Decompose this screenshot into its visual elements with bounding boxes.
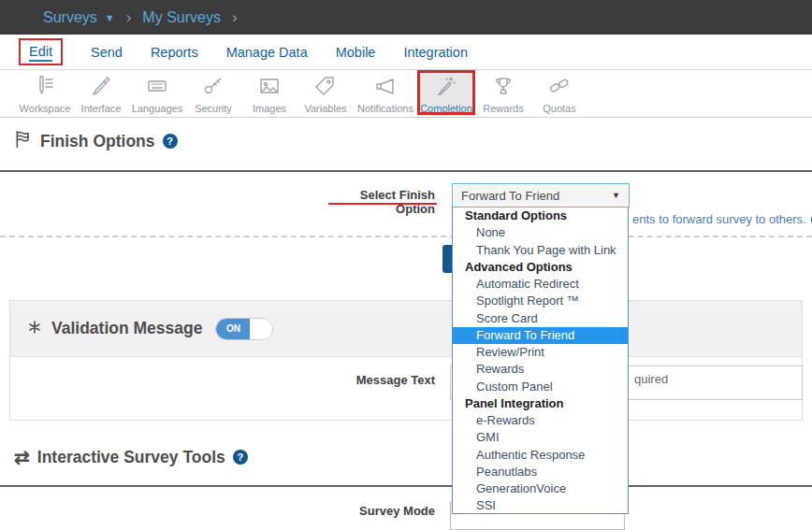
toolbar-item-languages[interactable]: Languages <box>129 70 185 114</box>
tag-icon <box>314 75 337 101</box>
finish-option-select[interactable]: Forward To Friend ▼ <box>452 183 630 208</box>
toolbar-item-rewards[interactable]: Rewards <box>475 70 531 114</box>
dropdown-option-rewards[interactable]: Rewards <box>453 361 628 378</box>
dropdown-option-e-rewards[interactable]: e-Rewards <box>453 412 628 429</box>
active-menu-red-box: Edit <box>19 38 63 65</box>
message-text-label: Message Text <box>318 373 435 387</box>
toolbar-item-quotas[interactable]: Quotas <box>531 70 587 114</box>
finish-option-dropdown-list: Standard Options None Thank You Page wit… <box>452 207 629 514</box>
dropdown-option-gmi[interactable]: GMI <box>453 429 628 446</box>
toolbar-item-workspace[interactable]: Workspace <box>17 70 73 114</box>
edit-toolbar: Workspace Interface Languages Security I… <box>0 70 812 118</box>
helper-text: ents to forward survey to others. ? <box>632 212 812 226</box>
dropdown-option-score-card[interactable]: Score Card <box>453 310 628 327</box>
dropdown-group-panel-integration: Panel Integration <box>453 395 628 412</box>
megaphone-icon <box>374 75 397 101</box>
finish-options-header: Finish Options ? <box>14 130 178 152</box>
menu-item-mobile[interactable]: Mobile <box>336 45 376 60</box>
menu-item-manage-data[interactable]: Manage Data <box>226 45 308 60</box>
caret-down-icon[interactable]: ▼ <box>105 12 115 23</box>
app-window: Surveys ▼ › My Surveys › Edit Send Repor… <box>0 0 812 530</box>
validation-message-title: Validation Message <box>51 319 202 338</box>
dropdown-option-thank-you[interactable]: Thank You Page with Link <box>453 242 628 259</box>
picture-icon <box>258 75 281 101</box>
dropdown-option-generationvoice[interactable]: GenerationVoice <box>453 480 628 497</box>
toolbar-item-variables[interactable]: Variables <box>297 70 354 114</box>
toolbar-item-security[interactable]: Security <box>185 70 241 114</box>
save-button-partially-hidden[interactable] <box>442 245 452 273</box>
menu-item-send[interactable]: Send <box>91 45 123 60</box>
toolbar-item-images[interactable]: Images <box>241 70 297 114</box>
page-title: Finish Options <box>40 132 155 151</box>
pen-icon <box>90 75 112 101</box>
dashed-divider <box>0 236 812 237</box>
toolbar-item-notifications[interactable]: Notifications <box>354 70 417 114</box>
breadcrumb-surveys[interactable]: Surveys <box>43 9 97 26</box>
menu-item-edit[interactable]: Edit <box>29 44 52 62</box>
red-underline-annotation <box>328 203 437 205</box>
dropdown-option-none[interactable]: None <box>453 224 628 241</box>
magic-wand-icon <box>435 75 457 101</box>
chain-link-icon <box>548 75 571 101</box>
select-finish-option-label: Select Finish Option <box>318 188 435 216</box>
breadcrumb: Surveys ▼ › My Surveys › <box>0 0 812 35</box>
dropdown-group-advanced: Advanced Options <box>453 259 628 276</box>
section-divider <box>0 485 812 487</box>
selected-option-value: Forward To Friend <box>461 189 559 203</box>
dropdown-option-peanutlabs[interactable]: Peanutlabs <box>453 464 628 480</box>
toggle-knob <box>250 319 272 339</box>
validation-toggle[interactable]: ON <box>215 318 273 340</box>
menu-item-reports[interactable]: Reports <box>151 45 198 60</box>
menu-item-integration[interactable]: Integration <box>403 45 468 60</box>
dropdown-option-redirect[interactable]: Automatic Redirect <box>453 276 628 293</box>
message-text-value-fragment: quired <box>634 372 668 386</box>
toggle-on-label: ON <box>216 319 250 339</box>
interactive-survey-tools-title: Interactive Survey Tools <box>37 448 225 467</box>
section-divider <box>0 170 812 172</box>
help-icon[interactable]: ? <box>233 450 248 465</box>
chevron-right-icon: › <box>232 8 238 27</box>
key-icon <box>202 75 225 101</box>
chevron-right-icon: › <box>126 8 132 27</box>
pencil-list-icon <box>34 75 56 101</box>
trophy-icon <box>492 75 515 101</box>
dropdown-option-ssi[interactable]: SSI <box>453 497 628 514</box>
dropdown-option-spotlight[interactable]: Spotlight Report ™ <box>453 293 628 309</box>
validation-message-header: Validation Message ON <box>10 301 802 357</box>
breadcrumb-my-surveys[interactable]: My Surveys <box>142 9 221 26</box>
asterisk-icon <box>27 320 42 338</box>
keyboard-icon <box>146 75 168 101</box>
main-menu: Edit Send Reports Manage Data Mobile Int… <box>0 35 812 70</box>
toolbar-item-completion[interactable]: Completion <box>417 70 475 115</box>
survey-mode-label: Survey Mode <box>318 504 435 518</box>
flag-icon <box>14 130 33 152</box>
toolbar-item-interface[interactable]: Interface <box>73 70 129 114</box>
caret-down-icon: ▼ <box>612 191 620 200</box>
dropdown-group-standard: Standard Options <box>453 208 628 224</box>
dropdown-option-custom-panel[interactable]: Custom Panel <box>453 379 628 395</box>
dropdown-option-authentic-response[interactable]: Authentic Response <box>453 447 628 464</box>
validation-message-panel: Validation Message ON <box>9 300 803 421</box>
swap-arrows-icon: ⇄ <box>14 446 30 468</box>
dropdown-option-forward-to-friend[interactable]: Forward To Friend <box>453 327 628 344</box>
help-icon[interactable]: ? <box>163 134 178 149</box>
interactive-survey-tools-header: ⇄ Interactive Survey Tools ? <box>14 446 248 468</box>
dropdown-option-review-print[interactable]: Review/Print <box>453 344 628 361</box>
